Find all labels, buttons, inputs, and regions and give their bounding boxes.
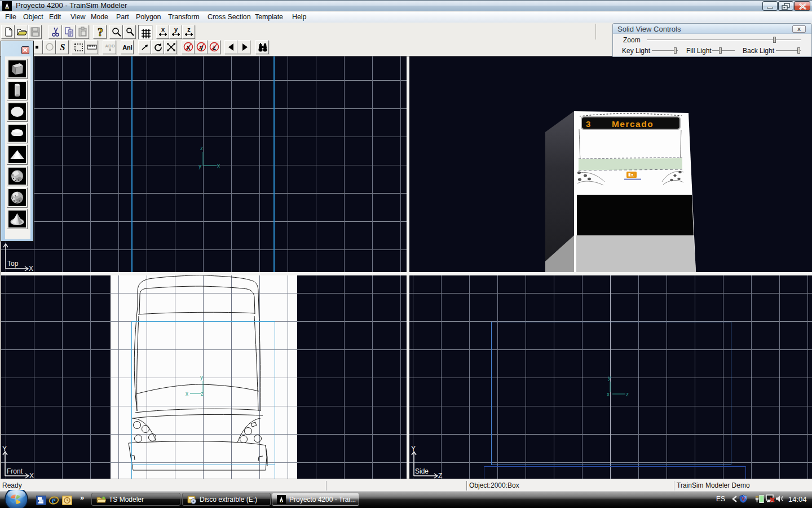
svg-text:x: x [187,43,191,51]
svg-text:Z: Z [438,472,442,479]
svg-text:Side: Side [415,467,429,475]
svg-text:x: x [217,163,220,169]
svg-text:x: x [186,391,188,397]
svg-text:Mercado: Mercado [612,119,654,129]
svg-text:Ani: Ani [122,44,133,51]
svg-text:y: y [200,374,203,380]
svg-text:y: y [198,163,201,169]
svg-text:z: z [626,391,629,397]
svg-text:ADD: ADD [105,43,115,49]
svg-text:S: S [60,42,65,52]
svg-text:V: V [742,496,745,502]
svg-text:y: y [200,43,204,51]
svg-text:X: X [29,265,33,272]
svg-text:X: X [29,472,34,479]
svg-text:3: 3 [586,119,590,129]
svg-text:x: x [161,26,165,33]
svg-text:y: y [174,26,178,33]
svg-text:y: y [608,375,611,381]
svg-text:Y: Y [2,445,7,453]
svg-text:?: ? [98,26,103,38]
svg-text:x: x [607,391,610,397]
svg-text:Y: Y [411,445,416,453]
svg-text:z: z [187,26,191,33]
svg-text:Front: Front [7,467,23,475]
svg-text:z: z [201,391,204,397]
svg-text:z: z [200,145,203,151]
svg-text:Top: Top [7,260,19,268]
